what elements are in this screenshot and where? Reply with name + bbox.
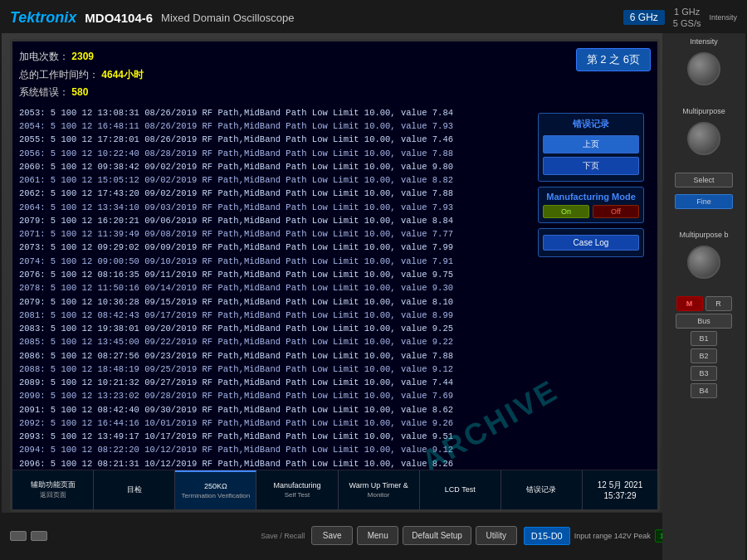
log-entry: 2056: 5 100 12 10:22:40 08/28/2019 RF Pa… [19,147,550,160]
tab-termination-label: 250KΩ [204,482,227,492]
log-entry: 2092: 5 100 12 16:44:16 10/01/2019 RF Pa… [19,416,550,430]
intensity-knob-label: Intensity [690,37,718,46]
bottom-tab-bar: 辅助功能页面 返回页面 目检 250KΩ Termination Verific… [12,470,657,509]
mfg-mode-title: Manufacturing Mode [543,192,639,202]
datetime-display: 12 5月 2021 15:37:29 [583,470,657,509]
tab-termination[interactable]: 250KΩ Termination Verification [175,470,256,509]
date-display: 12 5月 2021 [598,480,643,491]
next-page-button[interactable]: 下页 [543,157,639,175]
log-entry: 2094: 5 100 12 08:22:20 10/12/2019 RF Pa… [19,443,550,456]
b2-button[interactable]: B2 [691,348,717,363]
multipurpose-label: Multipurpose [682,107,725,115]
mfg-off-button[interactable]: Off [593,205,639,218]
work-time-val: 4644小时 [101,69,144,80]
tab-inspect-label: 目检 [127,485,142,495]
time-display: 15:37:29 [604,491,637,500]
intensity-knob[interactable] [687,52,720,85]
log-entry: 2086: 5 100 12 08:27:56 09/23/2019 RF Pa… [19,349,550,363]
tab-mfg-selftest-label: Manufacturing [273,481,320,491]
log-entry: 2090: 5 100 12 13:23:02 09/28/2019 RF Pa… [19,389,550,402]
power-count-label: 加电次数： [19,51,69,62]
tab-error-log[interactable]: 错误记录 [501,470,583,509]
brand-logo: Tektronix [10,9,76,27]
tab-mfg-selftest[interactable]: Manufacturing Self Test [256,470,338,509]
log-entry: 2064: 5 100 12 13:34:10 09/03/2019 RF Pa… [19,201,550,214]
select-button[interactable]: Select [675,173,733,187]
log-entry: 2074: 5 100 12 09:00:50 09/10/2019 RF Pa… [19,255,550,268]
error-log-title: 错误记录 [543,118,639,130]
log-area: 2053: 5 100 12 13:08:31 08/26/2019 RF Pa… [19,106,550,471]
log-entry: 2060: 5 100 12 09:38:42 09/02/2019 RF Pa… [19,160,550,173]
default-setup-button[interactable]: Default Setup [403,526,471,545]
prev-page-button[interactable]: 上页 [543,135,639,153]
tab-lcd-label: LCD Test [445,485,476,495]
tab-auxiliary[interactable]: 辅助功能页面 返回页面 [12,470,94,509]
log-entry: 2083: 5 100 12 19:38:01 09/20/2019 RF Pa… [19,322,550,335]
menu-button[interactable]: Menu [357,526,398,545]
sys-errors-line: 系统错误： 580 [19,84,144,102]
log-entry: 2088: 5 100 12 18:48:19 09/25/2019 RF Pa… [19,363,550,376]
tab-lcd[interactable]: LCD Test [420,470,501,509]
model-desc: Mixed Domain Oscilloscope [161,12,615,24]
work-time-line: 总的工作时间约： 4644小时 [19,66,144,85]
main-content-area: 2053: 5 100 12 13:08:31 08/26/2019 RF Pa… [19,106,651,471]
r-button[interactable]: R [706,296,732,311]
math-bus-group: M R Bus B1 B2 B3 B4 [676,296,732,398]
log-entry: 2093: 5 100 12 13:49:17 10/17/2019 RF Pa… [19,430,550,443]
tab-auxiliary-label: 辅助功能页面 [31,480,76,490]
b4-button[interactable]: B4 [691,383,717,398]
log-entry: 2078: 5 100 12 11:50:16 09/14/2019 RF Pa… [19,281,550,295]
log-entry: 2055: 5 100 12 17:28:01 08/26/2019 RF Pa… [19,133,550,146]
mfg-toggle-row: On Off [543,205,639,218]
tab-auxiliary-sub: 返回页面 [40,490,66,499]
tab-error-log-label: 错误记录 [526,485,556,495]
save-button[interactable]: Save [311,526,353,545]
model-label: MDO4104-6 [85,11,153,25]
log-entry: 2061: 5 100 12 15:05:12 09/02/2019 RF Pa… [19,173,550,187]
log-entry: 2091: 5 100 12 08:42:40 09/30/2019 RF Pa… [19,403,550,416]
case-log-button[interactable]: Case Log [543,235,639,251]
tab-warmup-label: Warm Up Timer & [349,481,408,491]
bottom-control-bar: Save / Recall Save Menu Default Setup Ut… [2,513,745,558]
multipurpose-b-label: Multipurpose b [679,231,728,239]
page-indicator: 第 2 之 6页 [576,48,651,71]
input-range-label: Input range 142V Peak [574,532,651,540]
channel-button[interactable]: D15-D0 [524,527,570,545]
save-recall-label: Save / Recall [261,532,305,540]
log-entry: 2073: 5 100 12 09:29:02 09/09/2019 RF Pa… [19,241,550,254]
tab-termination-sub: Termination Verification [181,492,250,499]
multipurpose-knob-a[interactable] [687,122,720,155]
freq-badge: 6 GHz [623,10,665,25]
usb-port-2 [31,531,47,541]
info-row: 加电次数： 2309 总的工作时间约： 4644小时 系统错误： 580 第 2… [19,48,651,102]
utility-button[interactable]: Utility [476,526,517,545]
fine-button[interactable]: Fine [675,194,733,209]
log-entry: 2079: 5 100 12 16:20:21 09/06/2019 RF Pa… [19,214,550,227]
intensity-label: Intensity [709,13,737,22]
log-entry: 2053: 5 100 12 13:08:31 08/26/2019 RF Pa… [19,106,550,119]
mfg-on-button[interactable]: On [543,205,589,218]
sys-errors-val: 580 [71,86,88,98]
system-info: 加电次数： 2309 总的工作时间约： 4644小时 系统错误： 580 [19,48,144,102]
sys-errors-label: 系统错误： [19,86,69,98]
log-entry: 2071: 5 100 12 11:39:49 09/08/2019 RF Pa… [19,227,550,241]
power-count-val: 2309 [71,51,94,62]
log-entry: 2079: 5 100 12 10:36:28 09/15/2019 RF Pa… [19,295,550,309]
screen-right-panels: 错误记录 上页 下页 Manufacturing Mode On Off [538,113,644,257]
mfg-mode-panel: Manufacturing Mode On Off [538,187,644,223]
math-button[interactable]: M [676,296,703,311]
bus-button[interactable]: Bus [676,314,732,329]
usb-ports-area [10,531,254,541]
tab-warmup[interactable]: Warm Up Timer & Monitor [339,470,420,509]
multipurpose-knob-b[interactable] [687,246,720,279]
tab-mfg-selftest-sub: Self Test [285,491,310,499]
log-entry: 2085: 5 100 12 13:45:00 09/22/2019 RF Pa… [19,335,550,348]
b1-button[interactable]: B1 [691,331,717,346]
log-entry: 2054: 5 100 12 16:48:11 08/26/2019 RF Pa… [19,119,550,133]
oscilloscope-frame: Tektronix MDO4104-6 Mixed Domain Oscillo… [0,0,747,560]
b3-button[interactable]: B3 [691,366,717,381]
right-panel: Intensity Multipurpose Select Fine Multi… [662,33,745,560]
top-header-bar: Tektronix MDO4104-6 Mixed Domain Oscillo… [2,2,745,33]
tab-inspect[interactable]: 目检 [94,470,175,509]
work-time-label: 总的工作时间约： [19,69,99,80]
